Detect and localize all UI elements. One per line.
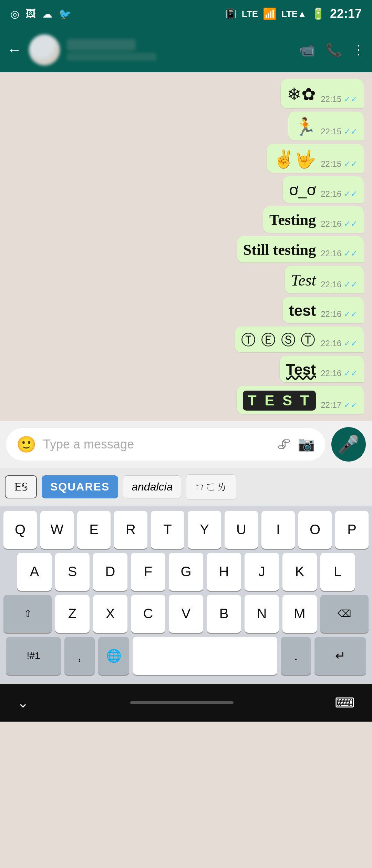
message-input-placeholder[interactable]: Type a message <box>43 437 270 452</box>
key-d[interactable]: D <box>93 553 127 591</box>
key-z[interactable]: Z <box>55 595 90 633</box>
key-symbols[interactable]: !#1 <box>6 637 61 675</box>
key-n[interactable]: N <box>245 595 279 633</box>
message-time: 22:15 ✓✓ <box>321 127 358 136</box>
input-field[interactable]: 🙂 Type a message 🖇 📷 <box>6 428 325 461</box>
image-icon: 🖼 <box>25 8 36 20</box>
status-bar: ◎ 🖼 ☁ 🐦 📳 LTE 📶 LTE▲ 🔋 22:17 <box>0 0 372 28</box>
camera-button[interactable]: 📷 <box>298 436 315 452</box>
key-g[interactable]: G <box>169 553 203 591</box>
key-j[interactable]: J <box>245 553 279 591</box>
lte-call-icon: LTE <box>242 9 258 19</box>
contact-name <box>67 39 136 51</box>
home-indicator <box>130 701 234 704</box>
message-time: 22:16 ✓✓ <box>321 369 358 378</box>
message-time: 22:16 ✓✓ <box>321 339 358 348</box>
input-bar: 🙂 Type a message 🖇 📷 🎤 <box>0 421 372 468</box>
key-c[interactable]: C <box>131 595 165 633</box>
font-option-andalcia[interactable]: andalcia <box>123 475 181 498</box>
keyboard-icon[interactable]: ⌨ <box>335 695 355 711</box>
message-time: 22:17 ✓✓ <box>321 400 358 410</box>
message-text: Test <box>291 271 316 290</box>
key-backspace[interactable]: ⌫ <box>320 595 369 633</box>
key-h[interactable]: H <box>207 553 241 591</box>
font-option-es[interactable]: 𝔼𝕊 <box>5 475 37 498</box>
message-time: 22:15 ✓✓ <box>321 94 358 104</box>
key-shift[interactable]: ⇧ <box>3 595 52 633</box>
font-option-katakana[interactable]: ㄇㄈㄌ <box>186 474 236 500</box>
cloud-icon: ☁ <box>42 8 52 20</box>
message-row: T E S T 22:17 ✓✓ <box>8 386 364 414</box>
phone-icon[interactable]: 📞 <box>326 42 342 58</box>
message-bubble: 🏃 22:15 ✓✓ <box>288 112 364 141</box>
key-e[interactable]: E <box>77 511 111 549</box>
battery-icon: 🔋 <box>311 7 325 20</box>
message-row: ✌🤟 22:15 ✓✓ <box>8 144 364 173</box>
message-row: ơ_ơ 22:16 ✓✓ <box>8 176 364 203</box>
key-v[interactable]: V <box>169 595 203 633</box>
message-text: T E S T <box>243 391 316 411</box>
top-bar-actions: 📹 📞 ⋮ <box>299 42 365 58</box>
more-options-icon[interactable]: ⋮ <box>352 42 365 58</box>
vibrate-icon: 📳 <box>225 8 237 20</box>
key-k[interactable]: K <box>282 553 317 591</box>
message-row: Test 22:16 ✓✓ <box>8 266 364 293</box>
key-x[interactable]: X <box>93 595 127 633</box>
message-text: Test <box>286 361 316 379</box>
message-time: 22:16 ✓✓ <box>321 280 358 289</box>
font-option-squares[interactable]: SQUARES <box>42 475 118 498</box>
key-w[interactable]: W <box>40 511 74 549</box>
clock: 22:17 <box>330 7 362 21</box>
contact-status <box>67 53 156 61</box>
key-o[interactable]: O <box>298 511 332 549</box>
key-m[interactable]: M <box>282 595 317 633</box>
key-r[interactable]: R <box>114 511 147 549</box>
emoji-button[interactable]: 🙂 <box>17 435 36 454</box>
key-i[interactable]: I <box>261 511 295 549</box>
contact-info <box>67 39 292 61</box>
mic-button[interactable]: 🎤 <box>331 427 366 462</box>
key-space[interactable] <box>133 637 277 675</box>
video-call-icon[interactable]: 📹 <box>299 42 315 58</box>
message-bubble: ơ_ơ 22:16 ✓✓ <box>283 176 364 203</box>
key-f[interactable]: F <box>131 553 165 591</box>
key-p[interactable]: P <box>335 511 369 549</box>
attach-button[interactable]: 🖇 <box>277 436 291 452</box>
key-s[interactable]: S <box>55 553 90 591</box>
message-bubble: Still testing 22:16 ✓✓ <box>237 236 364 263</box>
message-time: 22:15 ✓✓ <box>321 159 358 169</box>
nav-bar: ⌄ ⌨ <box>0 684 372 722</box>
message-text: 🏃 <box>294 116 316 137</box>
message-text: test <box>289 302 316 320</box>
keyboard-row-1: Q W E R T Y U I O P <box>3 511 369 549</box>
lte-signal-icon: LTE▲ <box>281 9 307 19</box>
message-text: ❄✿ <box>287 84 316 105</box>
key-q[interactable]: Q <box>3 511 37 549</box>
key-comma[interactable]: , <box>64 637 95 675</box>
nav-down-chevron[interactable]: ⌄ <box>17 695 29 711</box>
back-icon[interactable]: ← <box>7 41 22 59</box>
key-u[interactable]: U <box>225 511 258 549</box>
message-time: 22:16 ✓✓ <box>321 249 358 258</box>
mic-icon: 🎤 <box>338 434 359 454</box>
key-t[interactable]: T <box>151 511 184 549</box>
key-l[interactable]: L <box>320 553 355 591</box>
font-switcher-bar: 𝔼𝕊 SQUARES andalcia ㄇㄈㄌ <box>0 468 372 506</box>
message-row: Testing 22:16 ✓✓ <box>8 206 364 233</box>
key-b[interactable]: B <box>207 595 241 633</box>
key-a[interactable]: A <box>17 553 52 591</box>
key-y[interactable]: Y <box>188 511 221 549</box>
twitter-icon: 🐦 <box>59 8 71 20</box>
status-bar-left-icons: ◎ 🖼 ☁ 🐦 <box>10 8 71 20</box>
chat-area: ❄✿ 22:15 ✓✓ 🏃 22:15 ✓✓ ✌🤟 22:15 ✓✓ ơ_ơ 2… <box>0 72 372 421</box>
message-text: Ⓣ Ⓔ Ⓢ Ⓣ <box>241 331 316 349</box>
key-globe[interactable]: 🌐 <box>98 637 129 675</box>
key-enter[interactable]: ↵ <box>314 637 366 675</box>
message-text: ơ_ơ <box>289 181 316 199</box>
message-bubble: ❄✿ 22:15 ✓✓ <box>281 79 364 108</box>
message-bubble: test 22:16 ✓✓ <box>283 297 364 323</box>
message-bubble: Test 22:16 ✓✓ <box>285 266 364 293</box>
key-period[interactable]: . <box>281 637 311 675</box>
whatsapp-icon: ◎ <box>10 8 19 20</box>
message-time: 22:16 ✓✓ <box>321 189 358 199</box>
